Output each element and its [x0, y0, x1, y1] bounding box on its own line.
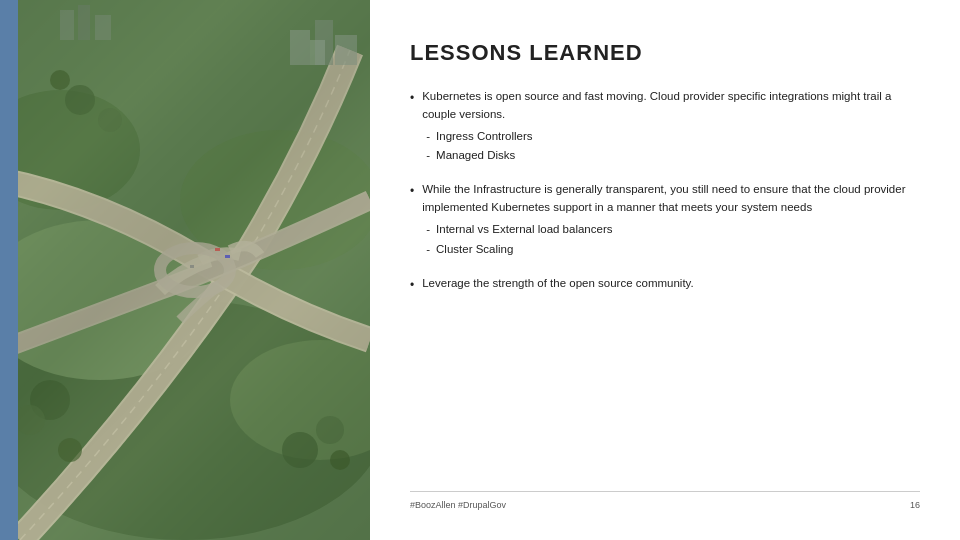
svg-rect-21 — [225, 255, 230, 258]
sub-dash-2-2: - — [426, 241, 430, 259]
sub-item-1-1: - Ingress Controllers — [426, 128, 920, 146]
svg-point-11 — [316, 416, 344, 444]
bullet-text-3: Leverage the strength of the open source… — [422, 275, 920, 293]
blue-accent-strip — [0, 0, 18, 540]
footer-page-number: 16 — [910, 500, 920, 510]
svg-rect-22 — [190, 265, 194, 268]
sub-dash-1-2: - — [426, 147, 430, 165]
svg-point-14 — [15, 405, 45, 435]
sub-text-2-2: Cluster Scaling — [436, 241, 513, 259]
svg-point-15 — [58, 438, 82, 462]
bullet-item-3: • Leverage the strength of the open sour… — [410, 275, 920, 295]
svg-rect-16 — [290, 30, 310, 65]
sub-item-2-2: - Cluster Scaling — [426, 241, 920, 259]
sub-dash-1-1: - — [426, 128, 430, 146]
bullet-dot-3: • — [410, 276, 414, 295]
left-image-panel — [0, 0, 370, 540]
sub-text-1-2: Managed Disks — [436, 147, 515, 165]
sub-item-1-2: - Managed Disks — [426, 147, 920, 165]
content-area: • Kubernetes is open source and fast mov… — [410, 88, 920, 491]
bullet-1-main-text: Kubernetes is open source and fast movin… — [422, 90, 891, 120]
sub-item-2-1: - Internal vs External load balancers — [426, 221, 920, 239]
svg-rect-25 — [95, 15, 111, 40]
svg-rect-19 — [310, 40, 325, 65]
footer-left-text: #BoozAllen #DrupalGov — [410, 500, 506, 510]
svg-point-10 — [282, 432, 318, 468]
svg-point-12 — [330, 450, 350, 470]
right-content-panel: LESSONS LEARNED • Kubernetes is open sou… — [370, 0, 960, 540]
svg-rect-24 — [78, 5, 90, 40]
svg-rect-18 — [335, 35, 357, 65]
sub-dash-2-1: - — [426, 221, 430, 239]
svg-point-9 — [50, 70, 70, 90]
sub-text-1-1: Ingress Controllers — [436, 128, 533, 146]
svg-rect-20 — [215, 248, 220, 251]
highway-image — [0, 0, 370, 540]
bullet-2-main-text: While the Infrastructure is generally tr… — [422, 183, 905, 213]
bullet-text-2: While the Infrastructure is generally tr… — [422, 181, 920, 260]
svg-point-7 — [65, 85, 95, 115]
bullet-item-1: • Kubernetes is open source and fast mov… — [410, 88, 920, 167]
svg-point-8 — [98, 108, 122, 132]
slide-footer: #BoozAllen #DrupalGov 16 — [410, 491, 920, 510]
svg-rect-23 — [60, 10, 74, 40]
bullet-dot-2: • — [410, 182, 414, 201]
bullet-item-2: • While the Infrastructure is generally … — [410, 181, 920, 260]
bullet-text-1: Kubernetes is open source and fast movin… — [422, 88, 920, 167]
bullet-2-sublist: - Internal vs External load balancers - … — [426, 221, 920, 259]
sub-text-2-1: Internal vs External load balancers — [436, 221, 612, 239]
bullet-1-sublist: - Ingress Controllers - Managed Disks — [426, 128, 920, 166]
slide-title: LESSONS LEARNED — [410, 40, 920, 66]
bullet-3-main-text: Leverage the strength of the open source… — [422, 277, 693, 289]
bullet-dot-1: • — [410, 89, 414, 108]
